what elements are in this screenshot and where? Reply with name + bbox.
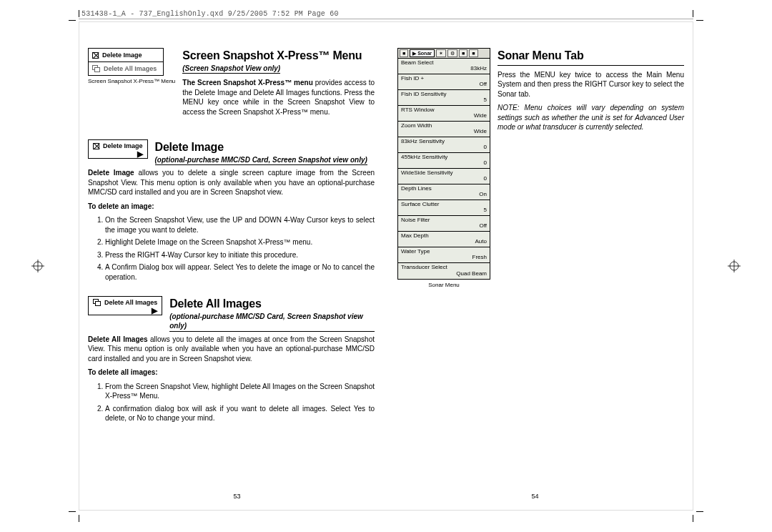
tab: ✶	[436, 49, 446, 57]
sonar-row-value: Wide	[474, 128, 487, 136]
sonar-menu-row: Transducer SelectQuad Beam	[398, 263, 490, 279]
document-slug: 531438-1_A - 737_EnglishOnly.qxd 9/25/20…	[79, 10, 693, 19]
sonar-row-value: 0	[484, 159, 487, 167]
sonar-tabs: ■ ▶ Sonar ✶ ⚙ ■ ■	[398, 49, 490, 59]
list-item: Highlight Delete Image on the Screen Sna…	[105, 237, 375, 247]
sonar-row-key: RTS Window	[401, 107, 435, 114]
sonar-row-value: 0	[484, 144, 487, 152]
sonar-menu-row: Max DepthAuto	[398, 232, 490, 247]
sonar-row-value: 5	[484, 97, 487, 104]
stack-icon	[92, 65, 100, 72]
sonar-row-key: Fish ID +	[401, 75, 424, 83]
section-subtitle: (Screen Snapshot View only)	[182, 64, 280, 74]
menu-item-label: Delete All Images	[104, 298, 157, 307]
menu-item-label: Delete Image	[102, 51, 142, 59]
how-to-label: To delete all images:	[88, 368, 375, 378]
registration-mark-icon	[31, 260, 44, 272]
delete-icon	[92, 52, 99, 59]
sonar-row-value: 83kHz	[470, 65, 487, 73]
tab: ⚙	[447, 49, 457, 57]
menu-item-label: Delete All Images	[104, 64, 157, 73]
list-item: A confirmation dialog box will ask if yo…	[105, 404, 375, 423]
sonar-menu-row: Fish ID +Off	[398, 74, 490, 90]
sonar-menu-row: Noise FilterOff	[398, 216, 490, 232]
sonar-menu-row: Surface Clutter5	[398, 200, 490, 216]
sonar-menu-row: Water TypeFresh	[398, 247, 490, 263]
sonar-row-value: 0	[484, 175, 487, 183]
figure-caption: Sonar Menu	[397, 282, 490, 288]
section-title: Sonar Menu Tab	[498, 48, 684, 64]
list-item: On the Screen Snapshot View, use the UP …	[105, 215, 375, 235]
delete-icon	[93, 143, 99, 149]
sonar-row-value: Wide	[474, 112, 487, 120]
tab: ■	[459, 49, 467, 57]
right-arrow-icon: ▶	[93, 308, 157, 313]
tab-sonar: ▶ Sonar	[410, 49, 435, 57]
delete-all-images-menu-figure: Delete All Images ▶	[88, 296, 162, 315]
list-item: A Confirm Dialog box will appear. Select…	[105, 262, 375, 282]
page-number-right: 54	[386, 493, 684, 500]
section-title: Delete Image	[155, 139, 375, 155]
sonar-row-value: Off	[479, 222, 487, 230]
steps-list: From the Screen Snapshot View, highlight…	[105, 382, 375, 423]
sonar-menu-row: RTS WindowWide	[398, 106, 490, 122]
sonar-row-key: Max Depth	[401, 232, 429, 240]
sonar-row-key: Zoom Width	[401, 122, 432, 130]
sonar-menu-row: Depth LinesOn	[398, 184, 490, 200]
section-body: Press the MENU key twice to access the M…	[498, 70, 684, 99]
sonar-menu-row: 455kHz Sensitivity0	[398, 153, 490, 169]
sonar-row-value: Auto	[475, 238, 487, 246]
sonar-row-key: Surface Clutter	[401, 201, 439, 209]
section-title: Screen Snapshot X-Press™ Menu	[182, 48, 375, 64]
sonar-menu-row: Beam Select83kHz	[398, 59, 490, 74]
section-body: The Screen Snapshot X-Press™ menu provid…	[182, 78, 375, 117]
page: 531438-1_A - 737_EnglishOnly.qxd 9/25/20…	[0, 0, 772, 532]
sonar-menu-row: Zoom WidthWide	[398, 122, 490, 137]
sonar-row-key: 455kHz Sensitivity	[401, 154, 447, 162]
section-subtitle: (optional-purchase MMC/SD Card, Screen S…	[155, 155, 367, 166]
page-number-left: 53	[88, 493, 386, 500]
sheet: Delete Image Delete All Images Screen Sn…	[79, 21, 693, 511]
sonar-row-value: Quad Beam	[456, 270, 487, 278]
sonar-menu-row: Fish ID Sensitivity5	[398, 90, 490, 106]
sonar-row-value: Off	[479, 81, 487, 89]
figure-caption: Screen Snapshot X-Press™ Menu	[88, 78, 175, 84]
tab: ■	[469, 49, 477, 57]
screen-snapshot-menu-figure: Delete Image Delete All Images	[88, 48, 164, 76]
sonar-row-key: 83kHz Sensitivity	[401, 138, 445, 146]
tab: ■	[400, 49, 408, 57]
how-to-label: To delete an image:	[88, 202, 375, 212]
sonar-row-key: WideSide Sensitivity	[401, 169, 452, 177]
sonar-menu-figure: ■ ▶ Sonar ✶ ⚙ ■ ■ Beam Select83kHzFish I…	[397, 48, 490, 280]
stack-icon	[93, 299, 101, 306]
sonar-row-value: On	[479, 191, 487, 199]
sonar-row-key: Noise Filter	[401, 217, 430, 225]
section-body: Delete All Images allows you to delete a…	[88, 335, 375, 364]
section-subtitle: (optional-purchase MMC/SD Card, Screen S…	[169, 312, 375, 332]
page-numbers: 53 54	[88, 493, 684, 500]
steps-list: On the Screen Snapshot View, use the UP …	[105, 215, 375, 282]
registration-mark-icon	[728, 260, 741, 272]
page-left: Delete Image Delete All Images Screen Sn…	[88, 48, 379, 481]
section-title: Delete All Images	[169, 296, 375, 312]
sonar-row-key: Transducer Select	[401, 264, 447, 272]
sonar-row-key: Fish ID Sensitivity	[401, 91, 447, 99]
delete-image-menu-figure: Delete Image ▶	[88, 139, 148, 159]
page-right: ■ ▶ Sonar ✶ ⚙ ■ ■ Beam Select83kHzFish I…	[393, 48, 684, 481]
sonar-row-key: Beam Select	[401, 59, 433, 67]
list-item: Press the RIGHT 4-Way Cursor key to init…	[105, 250, 375, 260]
section-note: NOTE: Menu choices will vary depending o…	[498, 103, 684, 132]
list-item: From the Screen Snapshot View, highlight…	[105, 382, 375, 401]
sonar-row-value: Fresh	[472, 254, 487, 262]
right-arrow-icon: ▶	[93, 152, 143, 157]
sonar-menu-row: WideSide Sensitivity0	[398, 169, 490, 184]
section-body: Delete Image allows you to delete a sing…	[88, 168, 375, 197]
sonar-row-key: Water Type	[401, 248, 430, 256]
sonar-menu-row: 83kHz Sensitivity0	[398, 137, 490, 153]
sonar-row-value: 5	[484, 207, 487, 215]
sonar-row-key: Depth Lines	[401, 185, 432, 193]
